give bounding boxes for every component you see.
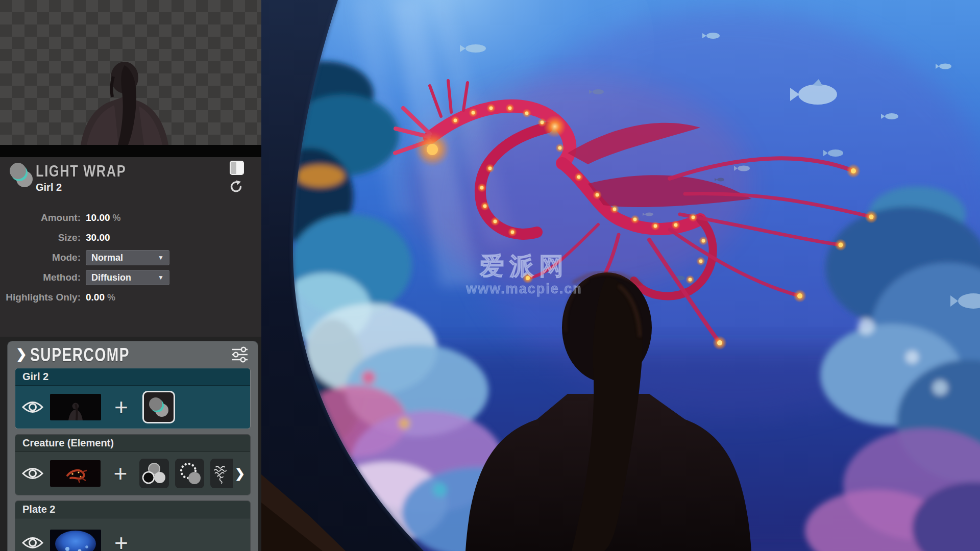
app-window: { "light_wrap": { "title": "LIGHT WRAP",…	[0, 0, 980, 551]
light-wrap-panel: LIGHT WRAP Girl 2 Amount: 10.00 % Size: …	[0, 157, 261, 337]
highlights-only-value[interactable]: 0.00	[86, 292, 105, 303]
three-circles-icon	[141, 460, 167, 487]
reset-icon[interactable]	[230, 180, 245, 195]
size-value[interactable]: 30.00	[86, 232, 110, 243]
waves-icon	[210, 460, 233, 487]
left-panel-column: LIGHT WRAP Girl 2 Amount: 10.00 % Size: …	[0, 0, 261, 551]
layer-thumbnail-girl[interactable]	[50, 394, 101, 420]
layer-thumbnail-creature[interactable]	[50, 460, 101, 487]
visibility-toggle[interactable]	[20, 534, 45, 551]
watermark: 爱派网 www.macpie.cn	[465, 253, 582, 296]
add-effect-button[interactable]: +	[114, 397, 128, 417]
comp-viewer[interactable]: 爱派网 www.macpie.cn	[261, 0, 980, 551]
supercomp-panel: ❯ SUPERCOMP Girl 2	[7, 341, 258, 551]
method-row: Method: Diffusion ▼	[0, 269, 261, 286]
color-correct-node[interactable]	[139, 459, 168, 488]
method-selected-value: Diffusion	[91, 272, 131, 283]
layer-name-girl-2[interactable]: Girl 2	[15, 368, 250, 386]
mask-selection-node[interactable]	[175, 459, 204, 488]
supercomp-title: SUPERCOMP	[30, 344, 130, 366]
layer-card-plate-2: Plate 2	[15, 500, 251, 551]
layer-name-creature[interactable]: Creature (Element)	[15, 435, 250, 452]
composite-frame: 爱派网 www.macpie.cn	[261, 0, 980, 551]
visibility-toggle[interactable]	[20, 398, 45, 416]
highlights-only-label: Highlights Only:	[0, 292, 86, 303]
size-row: Size: 30.00	[0, 230, 261, 246]
amount-unit: %	[113, 213, 121, 223]
chevron-down-icon: ▼	[158, 274, 164, 281]
amount-value[interactable]: 10.00	[86, 212, 110, 223]
layer-card-girl-2: Girl 2	[15, 368, 251, 429]
method-dropdown[interactable]: Diffusion ▼	[86, 270, 169, 285]
distortion-node[interactable]	[210, 459, 233, 488]
layer-name-plate-2[interactable]: Plate 2	[15, 501, 250, 518]
highlights-only-unit: %	[107, 292, 115, 303]
preview-divider-bar	[0, 145, 261, 157]
light-wrap-icon	[145, 394, 172, 420]
layer-thumbnail-plate[interactable]	[50, 530, 101, 551]
watermark-line2: www.macpie.cn	[465, 281, 582, 296]
size-label: Size:	[0, 232, 86, 243]
supercomp-header: ❯ SUPERCOMP	[8, 341, 258, 368]
light-wrap-node-selected[interactable]	[142, 391, 175, 423]
method-label: Method:	[0, 272, 86, 283]
visibility-toggle[interactable]	[20, 465, 45, 482]
split-view-icon[interactable]	[229, 160, 244, 176]
light-wrap-header: LIGHT WRAP Girl 2	[0, 157, 261, 206]
layer-preview-viewport[interactable]	[0, 0, 261, 145]
layer-row: +	[15, 386, 250, 429]
add-effect-button[interactable]: +	[114, 533, 128, 551]
mode-dropdown[interactable]: Normal ▼	[86, 250, 169, 265]
girl-alpha-preview	[0, 0, 261, 145]
panel-title: LIGHT WRAP	[36, 162, 126, 181]
highlights-only-row: Highlights Only: 0.00 %	[0, 289, 261, 306]
light-wrap-icon	[7, 160, 36, 190]
mode-label: Mode:	[0, 252, 86, 263]
eye-icon	[21, 400, 44, 414]
layer-row: +	[15, 518, 250, 551]
settings-sliders-icon[interactable]	[230, 346, 250, 363]
target-layer-name: Girl 2	[36, 182, 62, 193]
chevron-down-icon: ▼	[158, 254, 164, 261]
layer-card-creature: Creature (Element)	[15, 434, 251, 495]
collapse-chevron-icon[interactable]: ❯	[16, 346, 27, 362]
amount-label: Amount:	[0, 212, 86, 223]
add-effect-button[interactable]: +	[114, 463, 128, 484]
eye-icon	[21, 536, 44, 550]
amount-row: Amount: 10.00 %	[0, 210, 261, 226]
dotted-circle-icon	[177, 460, 203, 487]
more-effects-chevron[interactable]: ❯	[235, 466, 245, 481]
watermark-line1: 爱派网	[479, 253, 569, 280]
layer-row: +	[15, 452, 250, 495]
mode-selected-value: Normal	[91, 253, 123, 263]
mode-row: Mode: Normal ▼	[0, 249, 261, 266]
eye-icon	[21, 466, 44, 481]
